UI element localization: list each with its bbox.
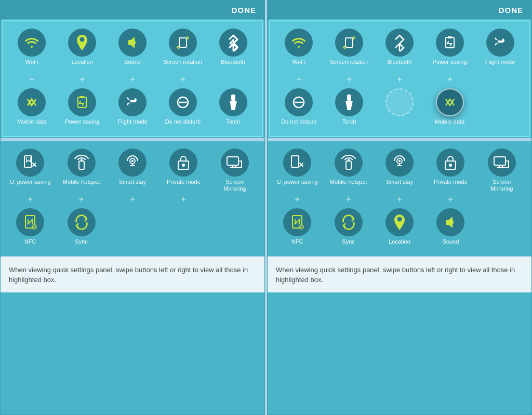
do-not-disturb-item-right[interactable]: Do not disturb <box>278 88 320 132</box>
panel-right: DONE Wi-Fi <box>267 0 532 415</box>
torch-icon <box>226 93 241 111</box>
location-item-left[interactable]: Location <box>61 29 103 72</box>
do-not-disturb-icon-right <box>290 94 307 111</box>
nfc-label-left: NFC <box>24 238 36 252</box>
svg-point-10 <box>81 159 83 161</box>
sound-item-left[interactable]: Sound <box>112 29 153 72</box>
sound-item-right[interactable]: Sound <box>430 208 471 252</box>
mobile-hotspot-item-right[interactable]: Mobile hotspot <box>328 149 369 192</box>
private-mode-icon <box>176 154 191 171</box>
svg-rect-19 <box>446 37 454 48</box>
location-icon <box>74 34 90 51</box>
flight-mode-item-right[interactable]: Flight mode <box>480 29 521 72</box>
mobile-data-circle-left <box>18 88 46 116</box>
smart-stay-item-right[interactable]: Smart stay <box>379 149 420 192</box>
power-saving-label-right: Power saving <box>433 59 467 72</box>
svg-point-28 <box>348 159 350 161</box>
nfc-icon <box>22 213 38 231</box>
screen-rotation-item-left[interactable]: Screen rotation <box>162 29 204 72</box>
u-power-saving-item-left[interactable]: U. power saving <box>9 149 51 192</box>
do-not-disturb-label-left: Do not disturb <box>165 118 201 132</box>
private-mode-label-left: Private mode <box>167 179 201 192</box>
plus2-right[interactable]: + <box>328 74 370 85</box>
private-mode-circle-left <box>169 149 197 177</box>
power-saving-item-left[interactable]: Power saving <box>61 88 103 132</box>
mobile-hotspot-item-left[interactable]: Mobile hotspot <box>61 149 102 192</box>
svg-rect-5 <box>231 95 235 101</box>
wifi-item-left[interactable]: Wi-Fi <box>11 29 52 72</box>
nfc-icon-right <box>289 213 305 231</box>
do-not-disturb-icon <box>175 94 191 111</box>
mobile-data-item-left[interactable]: Mobile data <box>11 88 52 132</box>
flight-mode-circle-right <box>486 29 514 57</box>
location-item-right[interactable]: Location <box>379 208 420 252</box>
power-saving-item-right[interactable]: Power saving <box>429 29 471 72</box>
flight-mode-circle-left <box>118 88 147 116</box>
do-not-disturb-item-left[interactable]: Do not disturb <box>162 88 204 132</box>
plus-row3-right: + + + + <box>272 193 527 206</box>
mobile-data-drag-icon <box>442 94 458 111</box>
plus-row1-right: + + + + <box>274 73 525 86</box>
plus2-left[interactable]: + <box>61 74 103 85</box>
smart-stay-icon-right <box>391 154 408 171</box>
footer-right: When viewing quick settings panel, swipe… <box>268 256 531 292</box>
screen-mirroring-icon <box>226 155 244 170</box>
sync-item-right[interactable]: Sync <box>328 208 369 252</box>
plus4-left[interactable]: + <box>162 74 204 85</box>
screen-mirroring-label-left: Screen Mirroring <box>214 179 256 192</box>
done-button-right[interactable]: DONE <box>499 6 523 15</box>
plus8-left[interactable]: + <box>112 194 153 205</box>
footer-left: When viewing quick settings panel, swipe… <box>1 256 264 292</box>
sync-icon-right <box>340 214 357 231</box>
plus8-right[interactable]: + <box>379 194 420 205</box>
sync-item-left[interactable]: Sync <box>61 208 102 252</box>
screen-mirroring-label-right: Screen Mirroring <box>481 179 523 192</box>
screen-rotation-item-right[interactable]: Screen rotation <box>328 29 370 72</box>
plus3-right[interactable]: + <box>379 74 420 85</box>
plus3-left[interactable]: + <box>112 74 153 85</box>
mobile-data-drag-circle-right <box>436 88 464 116</box>
svg-rect-0 <box>179 38 187 47</box>
plus1-left[interactable]: + <box>11 74 52 85</box>
mobile-hotspot-label-left: Mobile hotspot <box>63 179 100 192</box>
u-power-saving-label-right: U. power saving <box>277 179 318 192</box>
smart-stay-item-left[interactable]: Smart stay <box>112 149 153 192</box>
plus7-right[interactable]: + <box>328 194 369 205</box>
svg-rect-20 <box>448 36 452 38</box>
plus1-right[interactable]: + <box>278 74 320 85</box>
private-mode-item-right[interactable]: Private mode <box>430 149 471 192</box>
flight-mode-icon <box>124 94 141 111</box>
screen-mirroring-item-left[interactable]: Screen Mirroring <box>214 149 256 192</box>
location-label-right: Location <box>389 238 410 252</box>
bluetooth-item-left[interactable]: Bluetooth <box>212 29 254 72</box>
plus6-left[interactable]: + <box>9 194 51 205</box>
mobile-hotspot-circle-right <box>335 149 363 177</box>
plus6-right[interactable]: + <box>276 194 318 205</box>
u-power-saving-icon <box>21 154 39 171</box>
wifi-item-right[interactable]: Wi-Fi <box>278 29 320 72</box>
torch-label-right: Torch <box>342 118 356 132</box>
plus7-left[interactable]: + <box>61 194 102 205</box>
bluetooth-item-right[interactable]: Bluetooth <box>379 29 420 72</box>
sound-circle-right <box>436 208 464 236</box>
screen-mirroring-item-right[interactable]: Screen Mirroring <box>481 149 523 192</box>
done-bar-right: DONE <box>268 1 531 19</box>
mobile-hotspot-icon <box>73 154 90 171</box>
torch-item-left[interactable]: Torch <box>212 88 254 132</box>
flight-mode-item-left[interactable]: Flight mode <box>112 88 153 132</box>
nfc-item-right[interactable]: NFC <box>276 208 318 252</box>
u-power-saving-item-right[interactable]: U. power saving <box>276 149 318 192</box>
done-button-left[interactable]: DONE <box>232 6 256 15</box>
mobile-data-drag-item-right[interactable]: Mobile data <box>429 88 471 132</box>
flight-mode-label-right: Flight mode <box>485 59 515 72</box>
torch-circle-left <box>219 88 247 116</box>
plus9-right[interactable]: + <box>430 194 471 205</box>
plus9-left[interactable]: + <box>163 194 204 205</box>
nfc-item-left[interactable]: NFC <box>9 208 51 252</box>
private-mode-item-left[interactable]: Private mode <box>163 149 204 192</box>
u-power-saving-icon-right <box>288 154 306 171</box>
wifi-icon-right <box>290 34 307 51</box>
plus4-right[interactable]: + <box>429 74 471 85</box>
torch-item-right[interactable]: Torch <box>328 88 370 132</box>
svg-rect-1 <box>78 97 86 108</box>
